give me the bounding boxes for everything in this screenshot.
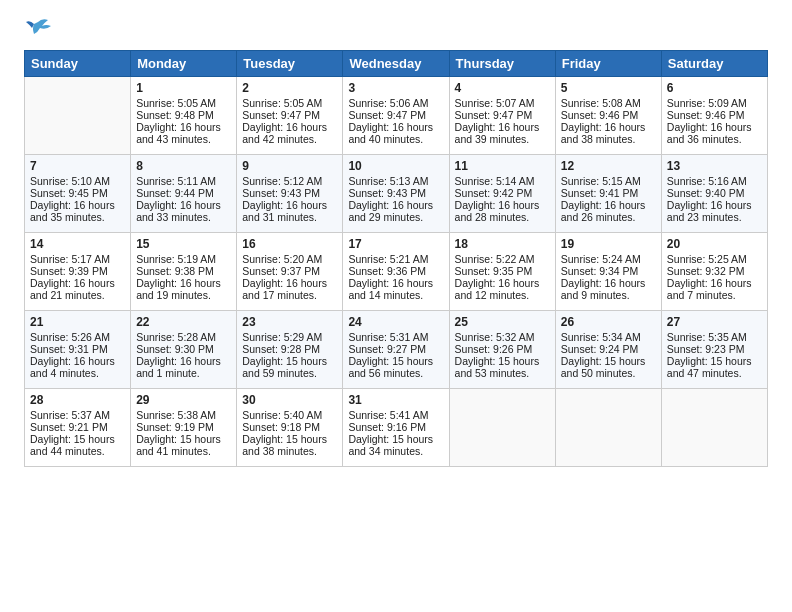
week-row-5: 28Sunrise: 5:37 AMSunset: 9:21 PMDayligh… xyxy=(25,389,768,467)
page: SundayMondayTuesdayWednesdayThursdayFrid… xyxy=(0,0,792,479)
day-number: 23 xyxy=(242,315,337,329)
sunset: Sunset: 9:23 PM xyxy=(667,343,762,355)
header-friday: Friday xyxy=(555,51,661,77)
logo-bird-icon xyxy=(24,18,52,40)
day-number: 13 xyxy=(667,159,762,173)
day-number: 10 xyxy=(348,159,443,173)
sunrise: Sunrise: 5:10 AM xyxy=(30,175,125,187)
daylight: Daylight: 16 hours and 1 minute. xyxy=(136,355,231,379)
sunrise: Sunrise: 5:34 AM xyxy=(561,331,656,343)
daylight: Daylight: 16 hours and 12 minutes. xyxy=(455,277,550,301)
calendar-cell: 17Sunrise: 5:21 AMSunset: 9:36 PMDayligh… xyxy=(343,233,449,311)
calendar-cell: 13Sunrise: 5:16 AMSunset: 9:40 PMDayligh… xyxy=(661,155,767,233)
calendar-cell: 28Sunrise: 5:37 AMSunset: 9:21 PMDayligh… xyxy=(25,389,131,467)
sunrise: Sunrise: 5:28 AM xyxy=(136,331,231,343)
sunrise: Sunrise: 5:07 AM xyxy=(455,97,550,109)
calendar-cell: 2Sunrise: 5:05 AMSunset: 9:47 PMDaylight… xyxy=(237,77,343,155)
calendar-cell: 30Sunrise: 5:40 AMSunset: 9:18 PMDayligh… xyxy=(237,389,343,467)
calendar-cell xyxy=(555,389,661,467)
sunset: Sunset: 9:43 PM xyxy=(348,187,443,199)
sunrise: Sunrise: 5:19 AM xyxy=(136,253,231,265)
calendar-cell: 15Sunrise: 5:19 AMSunset: 9:38 PMDayligh… xyxy=(131,233,237,311)
header xyxy=(24,18,768,40)
daylight: Daylight: 16 hours and 28 minutes. xyxy=(455,199,550,223)
daylight: Daylight: 16 hours and 42 minutes. xyxy=(242,121,337,145)
sunrise: Sunrise: 5:37 AM xyxy=(30,409,125,421)
sunset: Sunset: 9:47 PM xyxy=(348,109,443,121)
day-number: 27 xyxy=(667,315,762,329)
calendar-cell: 10Sunrise: 5:13 AMSunset: 9:43 PMDayligh… xyxy=(343,155,449,233)
day-number: 5 xyxy=(561,81,656,95)
daylight: Daylight: 16 hours and 38 minutes. xyxy=(561,121,656,145)
sunrise: Sunrise: 5:25 AM xyxy=(667,253,762,265)
day-number: 21 xyxy=(30,315,125,329)
sunrise: Sunrise: 5:21 AM xyxy=(348,253,443,265)
day-number: 8 xyxy=(136,159,231,173)
sunset: Sunset: 9:47 PM xyxy=(242,109,337,121)
week-row-3: 14Sunrise: 5:17 AMSunset: 9:39 PMDayligh… xyxy=(25,233,768,311)
sunrise: Sunrise: 5:09 AM xyxy=(667,97,762,109)
calendar-cell: 7Sunrise: 5:10 AMSunset: 9:45 PMDaylight… xyxy=(25,155,131,233)
calendar-cell: 9Sunrise: 5:12 AMSunset: 9:43 PMDaylight… xyxy=(237,155,343,233)
calendar-cell: 25Sunrise: 5:32 AMSunset: 9:26 PMDayligh… xyxy=(449,311,555,389)
sunrise: Sunrise: 5:31 AM xyxy=(348,331,443,343)
calendar-cell xyxy=(449,389,555,467)
sunrise: Sunrise: 5:17 AM xyxy=(30,253,125,265)
daylight: Daylight: 16 hours and 40 minutes. xyxy=(348,121,443,145)
sunrise: Sunrise: 5:06 AM xyxy=(348,97,443,109)
sunset: Sunset: 9:35 PM xyxy=(455,265,550,277)
sunset: Sunset: 9:40 PM xyxy=(667,187,762,199)
sunrise: Sunrise: 5:32 AM xyxy=(455,331,550,343)
header-saturday: Saturday xyxy=(661,51,767,77)
sunrise: Sunrise: 5:16 AM xyxy=(667,175,762,187)
daylight: Daylight: 15 hours and 34 minutes. xyxy=(348,433,443,457)
calendar-cell: 31Sunrise: 5:41 AMSunset: 9:16 PMDayligh… xyxy=(343,389,449,467)
daylight: Daylight: 16 hours and 36 minutes. xyxy=(667,121,762,145)
sunset: Sunset: 9:16 PM xyxy=(348,421,443,433)
daylight: Daylight: 16 hours and 31 minutes. xyxy=(242,199,337,223)
day-number: 22 xyxy=(136,315,231,329)
daylight: Daylight: 15 hours and 41 minutes. xyxy=(136,433,231,457)
sunset: Sunset: 9:27 PM xyxy=(348,343,443,355)
sunset: Sunset: 9:45 PM xyxy=(30,187,125,199)
day-number: 18 xyxy=(455,237,550,251)
day-number: 28 xyxy=(30,393,125,407)
daylight: Daylight: 16 hours and 23 minutes. xyxy=(667,199,762,223)
sunrise: Sunrise: 5:26 AM xyxy=(30,331,125,343)
daylight: Daylight: 15 hours and 56 minutes. xyxy=(348,355,443,379)
day-number: 31 xyxy=(348,393,443,407)
sunset: Sunset: 9:19 PM xyxy=(136,421,231,433)
sunset: Sunset: 9:30 PM xyxy=(136,343,231,355)
day-number: 6 xyxy=(667,81,762,95)
sunset: Sunset: 9:32 PM xyxy=(667,265,762,277)
calendar-cell: 29Sunrise: 5:38 AMSunset: 9:19 PMDayligh… xyxy=(131,389,237,467)
sunset: Sunset: 9:31 PM xyxy=(30,343,125,355)
daylight: Daylight: 16 hours and 39 minutes. xyxy=(455,121,550,145)
day-number: 14 xyxy=(30,237,125,251)
week-row-1: 1Sunrise: 5:05 AMSunset: 9:48 PMDaylight… xyxy=(25,77,768,155)
calendar-table: SundayMondayTuesdayWednesdayThursdayFrid… xyxy=(24,50,768,467)
sunrise: Sunrise: 5:12 AM xyxy=(242,175,337,187)
calendar-cell: 11Sunrise: 5:14 AMSunset: 9:42 PMDayligh… xyxy=(449,155,555,233)
day-number: 3 xyxy=(348,81,443,95)
day-number: 29 xyxy=(136,393,231,407)
day-number: 30 xyxy=(242,393,337,407)
daylight: Daylight: 16 hours and 9 minutes. xyxy=(561,277,656,301)
sunset: Sunset: 9:43 PM xyxy=(242,187,337,199)
day-number: 15 xyxy=(136,237,231,251)
daylight: Daylight: 16 hours and 43 minutes. xyxy=(136,121,231,145)
sunset: Sunset: 9:38 PM xyxy=(136,265,231,277)
calendar-cell: 26Sunrise: 5:34 AMSunset: 9:24 PMDayligh… xyxy=(555,311,661,389)
calendar-cell xyxy=(25,77,131,155)
sunrise: Sunrise: 5:11 AM xyxy=(136,175,231,187)
sunset: Sunset: 9:46 PM xyxy=(561,109,656,121)
daylight: Daylight: 15 hours and 38 minutes. xyxy=(242,433,337,457)
calendar-cell: 5Sunrise: 5:08 AMSunset: 9:46 PMDaylight… xyxy=(555,77,661,155)
day-number: 11 xyxy=(455,159,550,173)
calendar-cell: 20Sunrise: 5:25 AMSunset: 9:32 PMDayligh… xyxy=(661,233,767,311)
header-thursday: Thursday xyxy=(449,51,555,77)
daylight: Daylight: 16 hours and 17 minutes. xyxy=(242,277,337,301)
calendar-cell: 14Sunrise: 5:17 AMSunset: 9:39 PMDayligh… xyxy=(25,233,131,311)
sunset: Sunset: 9:21 PM xyxy=(30,421,125,433)
day-number: 7 xyxy=(30,159,125,173)
